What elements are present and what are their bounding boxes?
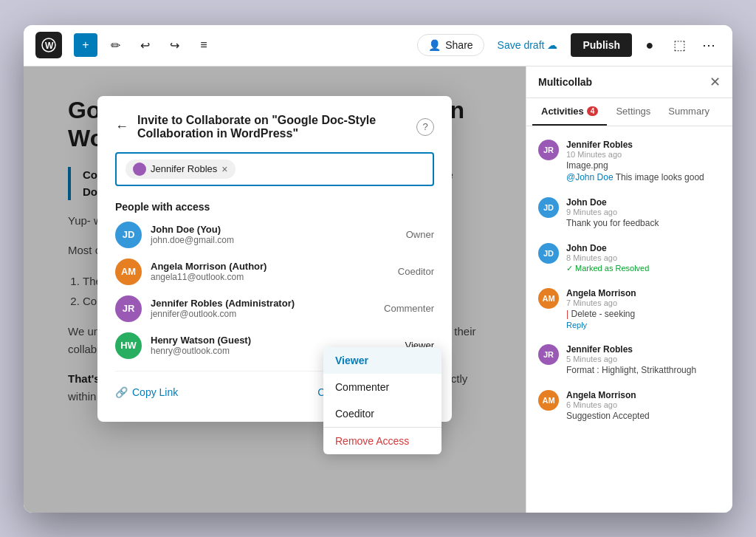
activity-text: Suggestion Accepted (566, 411, 721, 421)
person-email: angela11@outlook.com (151, 272, 389, 282)
publish-button[interactable]: Publish (571, 33, 632, 57)
person-row-john: JD John Doe (You) john.doe@gmail.com Own… (115, 222, 434, 248)
person-name: Angela Morrison (Author) (151, 261, 389, 272)
activity-text: @John Doe This image looks good (566, 172, 721, 182)
avatar: JD (538, 197, 559, 218)
role-dropdown: Viewer Commenter Coeditor Remove Access (323, 347, 441, 454)
activity-content: John Doe 9 Minutes ago Thank you for fee… (566, 197, 721, 228)
person-role[interactable]: Coeditor (398, 266, 434, 277)
avatar: JR (538, 140, 559, 160)
activity-subtext: Reply (566, 321, 721, 329)
multicollab-icon-button[interactable]: ● (638, 33, 662, 57)
edit-button[interactable]: ✏ (103, 33, 127, 57)
activity-time: 7 Minutes ago (566, 298, 721, 307)
activity-content: Angela Morrison 6 Minutes ago Suggestion… (566, 390, 721, 421)
sidebar-title: Multicollab (538, 76, 592, 88)
person-role[interactable]: Owner (406, 229, 434, 240)
dialog-title: Invite to Collaborate on "Google Doc-Sty… (137, 114, 408, 140)
add-block-button[interactable]: + (74, 33, 97, 57)
help-button[interactable]: ? (416, 118, 434, 136)
avatar: JR (538, 344, 559, 365)
more-options-button[interactable]: ⋯ (697, 33, 721, 57)
person-info: Jennifer Robles (Administrator) jennifer… (151, 298, 375, 319)
invite-tag: Jennifer Robles × (126, 160, 236, 179)
share-button[interactable]: 👤 Share (417, 34, 484, 56)
dropdown-item-commenter[interactable]: Commenter (323, 374, 441, 400)
dialog-header: ← Invite to Collaborate on "Google Doc-S… (115, 114, 434, 140)
activity-content: Jennifer Robles 10 Minutes ago Image.png… (566, 140, 721, 182)
sidebar-tabs: Activities 4 Settings Summary (526, 98, 732, 126)
person-row-jennifer: JR Jennifer Robles (Administrator) jenni… (115, 295, 434, 322)
invite-text-input[interactable] (241, 163, 424, 175)
avatar: AM (538, 390, 559, 411)
dialog-overlay: ← Invite to Collaborate on "Google Doc-S… (24, 66, 526, 513)
list-item: AM Angela Morrison 6 Minutes ago Suggest… (526, 383, 732, 428)
main-area: Google Docs-Style Collaboration in WordP… (24, 66, 732, 513)
person-name: Henry Watson (Guest) (151, 335, 396, 346)
activity-content: John Doe 8 Minutes ago ✓ Marked as Resol… (566, 243, 721, 273)
invite-dialog: ← Invite to Collaborate on "Google Doc-S… (97, 96, 452, 422)
activity-name: Angela Morrison (566, 390, 721, 400)
list-item: AM Angela Morrison 7 Minutes ago | Delet… (526, 281, 732, 337)
copy-link-button[interactable]: 🔗 Copy Link (115, 386, 178, 398)
save-draft-button[interactable]: Save draft ☁ (490, 35, 566, 55)
tab-summary[interactable]: Summary (659, 98, 718, 126)
undo-button[interactable]: ↩ (133, 33, 157, 57)
activity-content: Jennifer Robles 5 Minutes ago Format : H… (566, 344, 721, 375)
activity-time: 6 Minutes ago (566, 400, 721, 409)
people-section-title: People with access (115, 201, 434, 213)
tab-settings[interactable]: Settings (607, 98, 659, 126)
tab-activities[interactable]: Activities 4 (532, 98, 607, 126)
remove-tag-button[interactable]: × (221, 164, 227, 174)
svg-text:W: W (45, 41, 54, 51)
activity-name: Jennifer Robles (566, 344, 721, 355)
dropdown-item-coeditor[interactable]: Coeditor (323, 400, 441, 427)
avatar: JD (115, 222, 142, 248)
avatar: HW (115, 332, 142, 359)
activity-list: JR Jennifer Robles 10 Minutes ago Image.… (526, 126, 732, 513)
activity-text: Thank you for feedback (566, 218, 721, 228)
activity-text: ✓ Marked as Resolved (566, 264, 721, 273)
person-info: Angela Morrison (Author) angela11@outloo… (151, 261, 389, 282)
person-role[interactable]: Commenter (384, 303, 434, 314)
wp-logo-icon: W (35, 32, 62, 58)
activity-text: | Delete - seeking (566, 309, 721, 319)
sidebar-close-button[interactable]: ✕ (709, 75, 721, 89)
share-icon: 👤 (428, 39, 441, 51)
activity-time: 9 Minutes ago (566, 208, 721, 216)
back-button[interactable]: ← (115, 119, 128, 134)
layout-button[interactable]: ⬚ (667, 33, 691, 57)
list-item: JR Jennifer Robles 10 Minutes ago Image.… (526, 132, 732, 190)
dropdown-item-remove-access[interactable]: Remove Access (323, 428, 441, 454)
editor-area: Google Docs-Style Collaboration in WordP… (24, 66, 526, 513)
sidebar: Multicollab ✕ Activities 4 Settings Summ… (526, 66, 732, 513)
avatar: JD (538, 243, 559, 264)
person-row-angela: AM Angela Morrison (Author) angela11@out… (115, 259, 434, 285)
person-email: john.doe@gmail.com (151, 235, 397, 245)
person-row-henry: HW Henry Watson (Guest) henry@outlook.co… (115, 332, 434, 359)
activities-badge: 4 (587, 106, 599, 116)
redo-button[interactable]: ↪ (162, 33, 186, 57)
avatar: JR (115, 295, 142, 322)
activity-name: Jennifer Robles (566, 140, 721, 150)
activity-name: Angela Morrison (566, 288, 721, 298)
invite-input-field[interactable]: Jennifer Robles × (115, 152, 434, 186)
person-info: John Doe (You) john.doe@gmail.com (151, 224, 397, 245)
link-icon: 🔗 (115, 386, 128, 398)
list-view-button[interactable]: ≡ (192, 33, 216, 57)
activity-name: John Doe (566, 243, 721, 253)
activity-time: 8 Minutes ago (566, 253, 721, 262)
activity-text: Format : Highlight, Strikatthrough (566, 365, 721, 375)
activity-name: John Doe (566, 197, 721, 208)
person-name: Jennifer Robles (Administrator) (151, 298, 375, 309)
activity-time: 5 Minutes ago (566, 355, 721, 363)
dropdown-item-viewer[interactable]: Viewer (323, 347, 441, 374)
person-email: jennifer@outlook.com (151, 309, 375, 319)
avatar: AM (538, 288, 559, 309)
list-item: JD John Doe 9 Minutes ago Thank you for … (526, 190, 732, 236)
toolbar: W + ✏ ↩ ↪ ≡ 👤 Share Save draft ☁ Publish… (24, 25, 732, 66)
cloud-icon: ☁ (547, 39, 557, 51)
avatar: AM (115, 259, 142, 285)
sidebar-header: Multicollab ✕ (526, 66, 732, 98)
list-item: JD John Doe 8 Minutes ago ✓ Marked as Re… (526, 236, 732, 281)
